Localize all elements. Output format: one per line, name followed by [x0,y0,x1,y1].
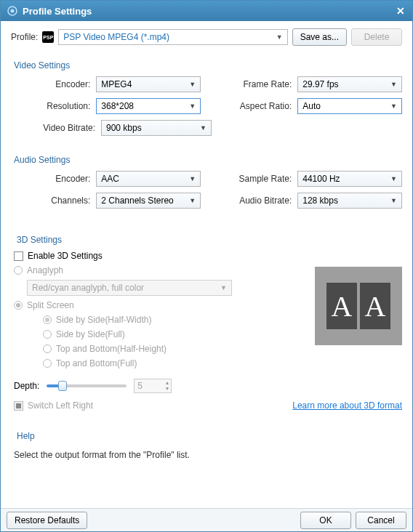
framerate-label: Frame Rate: [229,79,292,89]
tb-full-radio [43,359,52,368]
video-bitrate-label: Video Bitrate: [14,123,95,133]
chevron-down-icon: ▼ [189,102,196,110]
save-as-button[interactable]: Save as... [292,28,347,46]
sbs-full-radio [43,330,52,339]
chevron-down-icon: ▼ [189,197,196,204]
ok-button[interactable]: OK [300,512,351,529]
chevron-down-icon: ▼ [189,175,196,182]
aspect-label: Aspect Ratio: [229,101,292,111]
svg-point-1 [11,9,15,13]
chevron-down-icon: ▼ [390,81,397,88]
audio-bitrate-select[interactable]: 128 kbps▼ [297,193,402,209]
chevron-down-icon: ▼ [390,175,397,182]
profile-select[interactable]: PSP Video MPEG4 (*.mp4) ▼ [58,29,287,45]
audio-encoder-label: Encoder: [14,174,90,184]
sample-rate-label: Sample Rate: [229,174,292,184]
help-title: Help [17,431,402,441]
switch-lr-checkbox [14,401,23,411]
chevron-down-icon: ▼ [276,33,283,41]
sbs-full-label: Side by Side(Full) [56,329,125,339]
three-d-preview: A A [315,267,402,345]
close-icon[interactable]: ✕ [395,5,406,17]
profile-value: PSP Video MPEG4 (*.mp4) [63,32,169,42]
channels-select[interactable]: 2 Channels Stereo▼ [96,193,201,209]
anaglyph-radio [14,266,23,275]
depth-spinner: 5 ▲▼ [134,379,172,393]
depth-row: Depth: 5 ▲▼ [11,379,402,393]
resolution-select[interactable]: 368*208▼ [96,98,201,114]
delete-button: Delete [351,28,402,46]
video-encoder-select[interactable]: MPEG4▼ [96,76,201,92]
help-section: Help Select the output format from the "… [11,427,402,463]
restore-defaults-button[interactable]: Restore Defaults [7,512,87,529]
three-d-title: 3D Settings [17,235,402,245]
framerate-select[interactable]: 29.97 fps▼ [297,76,402,92]
profile-settings-window: Profile Settings ✕ Profile: PSP PSP Vide… [0,0,413,532]
sbs-half-label: Side by Side(Half-Width) [56,315,151,325]
audio-section-title: Audio Settings [14,155,402,165]
chevron-down-icon: ▼ [390,102,397,110]
anaglyph-select: Red/cyan anaglyph, full color ▼ [27,280,232,296]
video-section-title: Video Settings [14,60,402,70]
content-area: Profile: PSP PSP Video MPEG4 (*.mp4) ▼ S… [1,21,412,508]
audio-encoder-select[interactable]: AAC▼ [96,171,201,187]
help-text: Select the output format from the "Profi… [11,447,402,463]
depth-label: Depth: [14,381,39,391]
enable-3d-label: Enable 3D Settings [28,251,103,261]
split-label: Split Screen [27,300,74,310]
chevron-down-icon: ▼ [200,124,206,132]
cancel-button[interactable]: Cancel [356,512,406,529]
chevron-down-icon: ▼ [390,197,397,204]
sample-rate-select[interactable]: 44100 Hz▼ [297,171,402,187]
sbs-half-radio [43,315,52,324]
video-bitrate-select[interactable]: 900 kbps▼ [101,120,212,136]
psp-icon: PSP [42,31,54,43]
depth-slider[interactable] [47,384,127,387]
chevron-down-icon: ▼ [220,284,227,291]
slider-thumb[interactable] [58,381,67,391]
preview-left: A [326,283,357,329]
audio-bitrate-label: Audio Bitrate: [229,196,292,206]
split-radio [14,301,23,310]
learn-3d-link[interactable]: Learn more about 3D format [292,400,402,411]
tb-half-label: Top and Bottom(Half-Height) [56,344,167,354]
video-encoder-label: Encoder: [14,79,90,89]
audio-fields: Encoder: AAC▼ Sample Rate: 44100 Hz▼ Cha… [11,171,402,214]
spinner-arrows: ▲▼ [164,380,169,392]
video-fields: Encoder: MPEG4▼ Frame Rate: 29.97 fps▼ R… [11,76,402,142]
anaglyph-label: Anaglyph [27,265,63,275]
profile-row: Profile: PSP PSP Video MPEG4 (*.mp4) ▼ S… [11,28,402,46]
app-icon [7,5,18,17]
channels-label: Channels: [14,196,90,206]
footer: Restore Defaults OK Cancel [1,508,412,531]
profile-label: Profile: [11,32,38,42]
resolution-label: Resolution: [14,101,90,111]
tb-full-label: Top and Bottom(Full) [56,358,137,368]
titlebar: Profile Settings ✕ [1,1,412,21]
switch-lr-label: Switch Left Right [28,400,93,411]
chevron-down-icon: ▼ [189,81,196,88]
window-title: Profile Settings [23,6,395,17]
preview-right: A [360,283,390,329]
three-d-section: 3D Settings Enable 3D Settings Anaglyph … [11,230,402,411]
tb-half-radio [43,344,52,353]
enable-3d-checkbox[interactable] [14,251,23,261]
aspect-select[interactable]: Auto▼ [297,98,402,114]
